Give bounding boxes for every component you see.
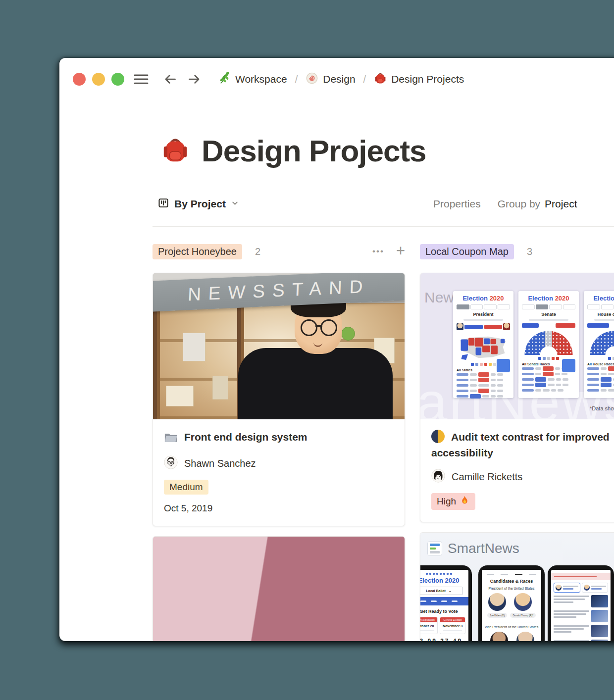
breadcrumb-label: Design Projects [391,73,464,85]
kanban-board: Project Honeybee 2 ••• + [59,243,614,641]
chevron-down-icon [231,199,239,209]
show-map-button [562,359,575,372]
group-by-button[interactable]: Group by Project [498,198,577,210]
shelf-item [166,386,194,406]
card-title-text: accessibility [431,447,493,458]
phone-mockup-news-feed [548,565,614,641]
column-header: Local Coupon Map 3 ••• + [420,243,614,260]
senate-seat-arc [524,330,573,355]
breadcrumb: Workspace / Design / Design Projects [216,71,466,88]
desktop-background: Workspace / Design / Design Projects [0,0,614,700]
card-cover-smartnews-photo: SmartNews Election 2020 Local Ballot⌄ Ge… [420,533,614,641]
shelf-item [183,333,205,361]
column-more-button[interactable]: ••• [372,247,384,256]
card-date: Oct 5, 2019 [164,503,394,514]
view-label: By Project [174,198,226,210]
backpack-icon[interactable] [161,136,190,166]
card-assignee: Camille Ricketts [431,469,614,485]
card-title: Audit text contrast for improvedaccessib… [431,429,614,461]
backpack-icon [374,72,387,87]
card-body: Front end design system Shawn Sanchez Me… [153,419,405,526]
breadcrumb-label: Workspace [235,73,287,85]
card-assignee: Shawn Sanchez [164,455,394,472]
column-controls: ••• + [372,245,405,258]
card-pink-paper[interactable] [153,536,405,641]
smartnews-logo-text: SmartNews [448,541,519,556]
newsstand-sign-text: NEWSSTAND [187,276,370,305]
assignee-name: Shawn Sanchez [184,458,256,469]
page-header: Design Projects [161,133,426,168]
menu-icon[interactable] [133,73,150,86]
priority-label: Medium [169,482,203,493]
properties-button[interactable]: Properties [433,198,481,210]
card-cover-newsstand-photo: NEWSSTAND [153,273,405,419]
us-map-graphic [458,332,509,361]
person-glasses [300,319,338,334]
column-add-button[interactable]: + [396,243,405,258]
priority-badge: High [431,493,475,510]
breadcrumb-item-design-projects[interactable]: Design Projects [372,71,466,88]
column-project-honeybee: Project Honeybee 2 ••• + [153,243,405,641]
titlebar: Workspace / Design / Design Projects [73,71,614,88]
toolbar-divider [153,226,614,227]
toolbar-right: Properties Group by Project [433,198,577,210]
avatar [431,469,445,485]
card-cover-election-dashboard: artNews News Election 2020 President [420,273,614,419]
fire-icon [460,495,470,508]
card-front-end-design-system[interactable]: NEWSSTAND Front end design system Shawn … [153,273,405,526]
breadcrumb-item-workspace[interactable]: Workspace [216,71,289,88]
phone-mockup-candidates: Candidates & Races President of the Unit… [478,565,545,641]
card-cover-pink-paper-photo [153,537,405,641]
column-tag[interactable]: Project Honeybee [153,244,242,259]
election-panel-senate: Election 2020 Senate All Senate Races [518,291,579,398]
smartnews-logo-icon [427,541,442,556]
column-count: 3 [527,246,532,257]
board-view-icon [157,197,169,211]
close-button[interactable] [73,73,86,86]
data-footnote-text: *Data shown in so [590,405,614,411]
group-by-label: Group by [498,198,540,210]
folder-icon [164,432,178,448]
card-title: Front end design system [164,429,394,448]
show-map-button [497,359,510,372]
column-count: 2 [255,246,260,257]
card-title-text: Audit text contrast for improved [451,431,610,443]
contrast-icon [431,430,445,443]
app-window: Workspace / Design / Design Projects [59,58,614,641]
election-panel-president: Election 2020 President [453,291,513,398]
card-body: Audit text contrast for improvedaccessib… [420,419,614,522]
election-panel-house: Election 2020 House of Repre All House R… [584,291,614,398]
shelf-item [341,327,355,341]
view-toolbar: By Project Properties Group by Project [157,197,614,215]
phone-mockup-ballot: Election 2020 Local Ballot⌄ Get Ready to… [420,565,472,641]
shelf-item [212,376,228,400]
breadcrumb-label: Design [323,73,355,85]
breadcrumb-separator: / [295,74,298,85]
column-tag[interactable]: Local Coupon Map [420,244,514,259]
smartnews-logo: SmartNews [427,541,519,556]
priority-label: High [437,496,456,507]
breadcrumb-separator: / [363,74,366,85]
breadcrumb-item-design[interactable]: Design [304,71,357,88]
minimize-button[interactable] [92,73,105,86]
card-title-text: Front end design system [184,431,307,443]
house-seat-arc [589,330,614,355]
column-header: Project Honeybee 2 ••• + [153,243,405,260]
page-title[interactable]: Design Projects [202,133,426,168]
forward-arrow-icon[interactable] [186,72,202,87]
zoom-button[interactable] [111,73,124,86]
group-by-value: Project [545,198,577,210]
assignee-name: Camille Ricketts [452,471,522,483]
back-arrow-icon[interactable] [162,72,178,87]
card-audit-text-contrast[interactable]: artNews News Election 2020 President [420,273,614,522]
column-local-coupon-map: Local Coupon Map 3 ••• + artNews News El… [420,243,614,641]
avatar [164,455,178,472]
person-torso [238,348,393,419]
naruto-icon [306,72,318,87]
herb-icon [218,72,231,87]
card-smartnews-phones[interactable]: SmartNews Election 2020 Local Ballot⌄ Ge… [420,532,614,641]
priority-badge: Medium [164,480,208,495]
